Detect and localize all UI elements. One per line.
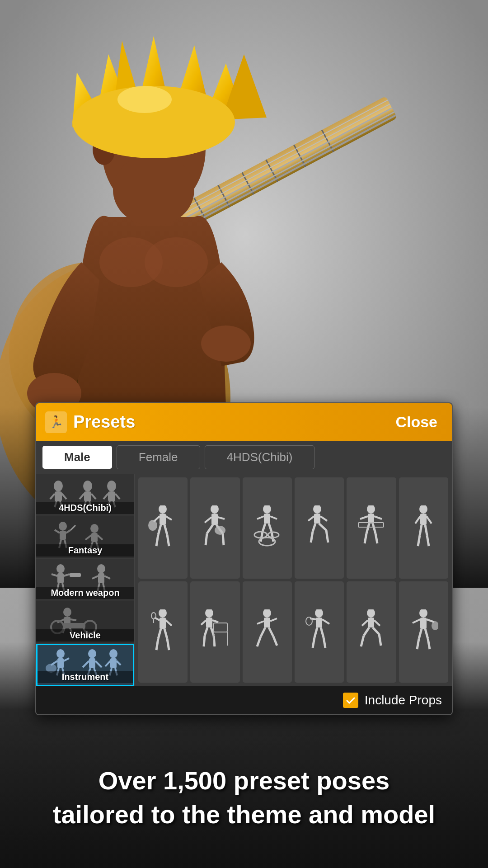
svg-line-103: [95, 661, 102, 667]
svg-rect-72: [57, 573, 64, 583]
category-fantasy[interactable]: Fantasy: [36, 516, 134, 559]
svg-line-231: [425, 629, 428, 639]
svg-line-68: [98, 535, 103, 540]
svg-line-229: [427, 619, 434, 622]
svg-rect-77: [70, 573, 81, 577]
svg-rect-53: [108, 491, 115, 501]
category-label-fantasy: Fantasy: [36, 544, 134, 557]
svg-line-166: [374, 516, 382, 519]
pose-cell-5[interactable]: [347, 477, 396, 579]
svg-line-74: [64, 574, 70, 576]
svg-point-36: [117, 86, 172, 113]
svg-rect-227: [420, 618, 427, 629]
svg-line-80: [92, 576, 98, 579]
pose-cell-6[interactable]: [399, 477, 448, 579]
svg-line-221: [374, 620, 380, 626]
pose-cell-12[interactable]: [399, 581, 448, 683]
svg-line-133: [167, 535, 169, 546]
svg-line-170: [375, 533, 377, 543]
pose-cell-2[interactable]: [190, 477, 239, 579]
close-button[interactable]: Close: [390, 410, 443, 434]
svg-line-157: [308, 516, 314, 521]
svg-line-223: [373, 627, 379, 634]
svg-line-220: [362, 620, 368, 626]
svg-rect-47: [84, 491, 91, 501]
pose-cell-7[interactable]: [138, 581, 188, 683]
svg-rect-173: [420, 514, 427, 525]
svg-rect-66: [91, 533, 98, 542]
svg-line-54: [103, 494, 108, 499]
svg-line-73: [52, 574, 57, 576]
svg-line-102: [83, 661, 89, 667]
svg-line-108: [105, 661, 110, 666]
category-vehicle[interactable]: Vehicle: [36, 601, 134, 644]
svg-line-141: [206, 533, 207, 545]
svg-point-172: [419, 505, 427, 514]
svg-point-163: [367, 505, 375, 514]
svg-line-211: [310, 618, 316, 619]
svg-point-65: [90, 524, 99, 533]
svg-line-132: [156, 535, 158, 546]
svg-line-169: [365, 533, 366, 543]
svg-point-71: [56, 564, 65, 573]
svg-point-23: [113, 154, 194, 226]
svg-line-151: [272, 532, 273, 542]
svg-line-176: [420, 525, 422, 535]
svg-point-46: [83, 481, 92, 491]
svg-rect-219: [368, 618, 374, 627]
svg-line-186: [156, 639, 158, 650]
tab-male[interactable]: Male: [42, 446, 112, 469]
presets-icon: 🏃: [45, 411, 67, 433]
pose-cell-3[interactable]: [243, 477, 292, 579]
svg-line-146: [257, 516, 264, 519]
panel-title: Presets: [73, 412, 135, 432]
pose-cell-9[interactable]: [243, 581, 292, 683]
pose-cell-8[interactable]: [190, 581, 239, 683]
pose-cell-1[interactable]: [138, 477, 188, 579]
svg-line-87: [70, 619, 76, 620]
svg-line-61: [66, 530, 71, 533]
svg-line-205: [261, 627, 265, 637]
pose-cell-11[interactable]: [347, 581, 396, 683]
svg-line-48: [80, 494, 84, 499]
svg-line-216: [324, 637, 325, 648]
pose-cell-4[interactable]: [295, 477, 344, 579]
svg-line-178: [418, 535, 420, 546]
svg-point-52: [107, 481, 116, 491]
svg-line-139: [207, 525, 213, 533]
svg-point-126: [159, 505, 167, 514]
category-4hds-chibi[interactable]: 4HDS(Chibi): [36, 474, 134, 516]
tab-4hds-chibi[interactable]: 4HDS(Chibi): [205, 445, 315, 469]
pose-cell-10[interactable]: [295, 581, 344, 683]
presets-panel: 🏃 Presets Close Male Female 4HDS(Chibi): [35, 402, 453, 715]
svg-line-194: [205, 627, 207, 636]
svg-line-193: [212, 620, 218, 622]
svg-rect-107: [110, 658, 117, 668]
svg-rect-41: [55, 491, 62, 501]
category-instrument[interactable]: Instrument: [36, 644, 134, 686]
svg-rect-164: [368, 514, 374, 524]
svg-point-38: [201, 326, 251, 362]
svg-line-64: [71, 525, 75, 530]
svg-line-214: [321, 627, 324, 637]
svg-line-81: [104, 576, 110, 579]
svg-point-20: [145, 237, 208, 287]
svg-line-212: [322, 619, 329, 624]
svg-point-201: [263, 609, 271, 618]
svg-point-180: [159, 609, 167, 618]
tab-female[interactable]: Female: [117, 445, 200, 469]
svg-line-168: [373, 524, 375, 533]
svg-point-40: [54, 481, 63, 491]
panel-footer: Include Props: [36, 686, 452, 714]
svg-point-218: [367, 609, 375, 618]
svg-line-187: [167, 639, 169, 650]
svg-rect-210: [316, 618, 322, 627]
category-sidebar: 4HDS(Chibi): [36, 474, 135, 686]
category-label-instrument: Instrument: [38, 671, 133, 683]
include-props-checkbox[interactable]: [343, 693, 358, 708]
category-modern-weapon[interactable]: Modern weapon: [36, 559, 134, 601]
svg-line-185: [164, 629, 167, 639]
svg-line-43: [62, 494, 66, 499]
svg-rect-101: [89, 658, 95, 668]
svg-line-204: [270, 618, 277, 621]
